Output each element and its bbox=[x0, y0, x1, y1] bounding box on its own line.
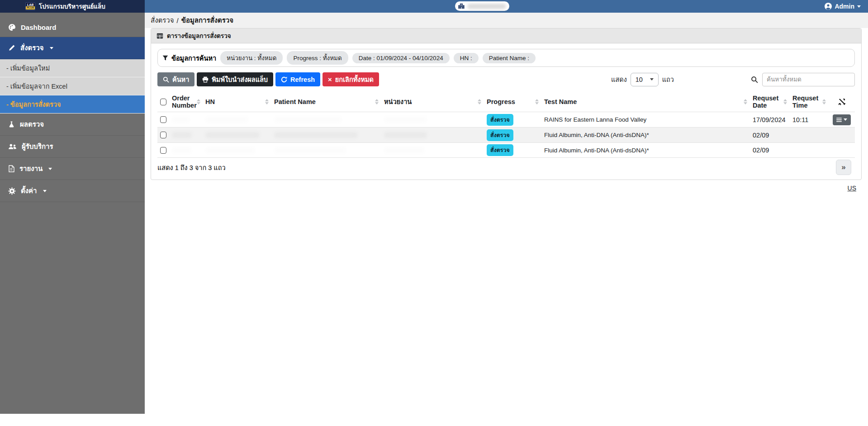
redacted-patient-name bbox=[274, 147, 346, 153]
redacted-order-number bbox=[172, 147, 192, 153]
sidebar-item-label: รายงาน bbox=[19, 163, 43, 174]
flask-icon bbox=[8, 121, 15, 128]
footer-link-partial[interactable]: US bbox=[848, 185, 856, 192]
column-header-department[interactable]: หน่วยงาน bbox=[381, 98, 484, 105]
table-row[interactable]: สั่งตรวจ Fluid Albumin, Anti-DNA (Anti-d… bbox=[157, 142, 855, 158]
redacted-patient-name bbox=[274, 132, 358, 138]
column-header-patient-name[interactable]: Patient Name bbox=[271, 98, 381, 105]
column-header-actions bbox=[829, 98, 855, 106]
sidebar-item-label: ตั้งค่า bbox=[21, 185, 37, 196]
sidebar-item-reports[interactable]: รายงาน bbox=[0, 158, 145, 180]
breadcrumb-current: ข้อมูลการสั่งตรวจ bbox=[181, 15, 233, 26]
chevron-down-icon bbox=[43, 190, 47, 192]
cancel-all-label: ยกเลิกทั้งหมด bbox=[335, 74, 374, 85]
hamburger-icon bbox=[836, 118, 842, 122]
redacted-hn bbox=[205, 147, 255, 153]
test-name-cell: RAINS for Eastern Lanna Food Valley bbox=[541, 116, 750, 123]
filter-chip-date: Date : 01/09/2024 - 04/10/2024 bbox=[352, 53, 450, 63]
filter-chip-hn: HN : bbox=[454, 53, 479, 63]
card-header: ตารางข้อมูลการสั่งตรวจ bbox=[151, 28, 861, 43]
sidebar-subitem-label: - ข้อมูลการสั่งตรวจ bbox=[6, 101, 61, 108]
sidebar-subitem-add-new[interactable]: - เพิ่มข้อมูลใหม่ bbox=[0, 59, 145, 77]
table-footer: แสดง 1 ถึง 3 จาก 3 แถว » bbox=[157, 158, 855, 177]
labplus-logo: LAB PLUS bbox=[25, 2, 35, 10]
column-header-progress[interactable]: Progress bbox=[484, 98, 541, 105]
breadcrumb: สั่งตรวจ / ข้อมูลการสั่งตรวจ bbox=[145, 13, 868, 28]
redacted-order-number bbox=[172, 132, 192, 138]
tools-icon bbox=[838, 98, 846, 106]
page-size-select[interactable]: 10 bbox=[631, 73, 659, 86]
sidebar-item-patients[interactable]: ผู้รับบริการ bbox=[0, 136, 145, 158]
status-badge: สั่งตรวจ bbox=[487, 129, 513, 141]
report-icon bbox=[8, 165, 14, 172]
row-actions-dropdown-button[interactable] bbox=[833, 114, 851, 125]
user-menu[interactable]: Admin bbox=[825, 3, 861, 10]
app-title: โปรแกรมบริหารศูนย์แล็บ bbox=[39, 1, 105, 11]
search-icon bbox=[751, 76, 758, 83]
column-header-request-time[interactable]: Requset Time bbox=[790, 95, 829, 109]
redacted-hn bbox=[205, 117, 248, 123]
sidebar-item-label: ผู้รับบริการ bbox=[22, 141, 53, 152]
redacted-patient-name bbox=[274, 117, 342, 123]
sort-icon bbox=[375, 99, 379, 104]
page-size-value: 10 bbox=[636, 76, 643, 83]
card-title: ตารางข้อมูลการสั่งตรวจ bbox=[167, 31, 231, 41]
person-circle-icon bbox=[825, 3, 832, 10]
sort-icon bbox=[535, 99, 539, 104]
cancel-all-button[interactable]: × ยกเลิกทั้งหมด bbox=[323, 72, 379, 86]
table-icon bbox=[157, 33, 163, 39]
column-header-order-number[interactable]: Order Number bbox=[169, 95, 203, 109]
refresh-button[interactable]: Refresh bbox=[275, 72, 320, 86]
test-name-cell: Fluid Albumin, Anti-DNA (Anti-dsDNA)* bbox=[541, 132, 750, 138]
user-label: Admin bbox=[835, 3, 854, 10]
sidebar-item-settings[interactable]: ตั้งค่า bbox=[0, 180, 145, 202]
table-header-row: Order Number HN Patient Name หน่วยง bbox=[157, 93, 855, 112]
sort-icon bbox=[478, 99, 481, 104]
row-checkbox[interactable] bbox=[160, 116, 166, 123]
breadcrumb-parent[interactable]: สั่งตรวจ bbox=[151, 15, 174, 26]
status-badge: สั่งตรวจ bbox=[487, 114, 513, 126]
sort-icon bbox=[197, 99, 200, 104]
printer-icon bbox=[202, 76, 209, 83]
top-navbar: LAB PLUS โปรแกรมบริหารศูนย์แล็บ Admin bbox=[0, 0, 868, 13]
sidebar-item-label: Dashboard bbox=[21, 24, 56, 31]
filter-icon bbox=[162, 55, 168, 61]
sort-icon bbox=[265, 99, 269, 104]
column-header-request-date[interactable]: Requset Date bbox=[750, 95, 790, 109]
refresh-button-label: Refresh bbox=[290, 76, 315, 83]
search-criteria-text: ข้อมูลการค้นหา bbox=[171, 53, 216, 63]
print-button-label: พิมพ์ใบนำส่งผลแล็บ bbox=[212, 74, 268, 85]
table-row[interactable]: สั่งตรวจ Fluid Albumin, Anti-DNA (Anti-d… bbox=[157, 127, 855, 142]
request-date-cell: 17/09/2024 bbox=[750, 116, 790, 123]
sidebar-item-orders[interactable]: สั่งตรวจ bbox=[0, 37, 145, 59]
search-icon bbox=[163, 76, 169, 83]
search-criteria-bar: ข้อมูลการค้นหา หน่วยงาน : ทั้งหมด Progre… bbox=[157, 49, 855, 67]
table-search-input[interactable] bbox=[762, 73, 855, 86]
rows-summary: แสดง 1 ถึง 3 จาก 3 แถว bbox=[157, 162, 226, 173]
page-footer: US bbox=[145, 185, 856, 192]
pagination-next-button[interactable]: » bbox=[836, 160, 851, 175]
search-button[interactable]: ค้นหา bbox=[157, 72, 194, 86]
print-lab-slip-button[interactable]: พิมพ์ใบนำส่งผลแล็บ bbox=[197, 72, 273, 86]
column-header-hn[interactable]: HN bbox=[203, 98, 271, 105]
rows-label: แถว bbox=[662, 74, 674, 85]
sidebar-item-dashboard[interactable]: Dashboard bbox=[0, 18, 145, 37]
clinic-pill bbox=[455, 1, 509, 11]
chevron-down-icon bbox=[48, 168, 52, 170]
sidebar-subitem-order-data[interactable]: - ข้อมูลการสั่งตรวจ bbox=[0, 95, 145, 114]
sidebar-subitem-add-excel[interactable]: - เพิ่มข้อมูลจาก Excel bbox=[0, 77, 145, 95]
request-time-cell: 10:11 bbox=[790, 116, 829, 123]
select-all-checkbox[interactable] bbox=[160, 99, 166, 105]
chevron-down-icon bbox=[844, 118, 847, 121]
x-icon: × bbox=[328, 76, 332, 83]
hospital-icon bbox=[458, 3, 465, 9]
table-row[interactable]: สั่งตรวจ RAINS for Eastern Lanna Food Va… bbox=[157, 112, 855, 127]
sidebar-item-results[interactable]: ผลตรวจ bbox=[0, 114, 145, 136]
request-date-cell: 02/09 bbox=[750, 147, 790, 154]
row-checkbox[interactable] bbox=[160, 147, 166, 154]
redacted-order-number bbox=[172, 117, 190, 123]
row-checkbox[interactable] bbox=[160, 132, 166, 138]
column-header-test-name[interactable]: Test Name bbox=[541, 98, 750, 105]
sidebar: Dashboard สั่งตรวจ - เพิ่มข้อมูลใหม่ - เ… bbox=[0, 13, 145, 414]
table-search bbox=[751, 73, 855, 86]
